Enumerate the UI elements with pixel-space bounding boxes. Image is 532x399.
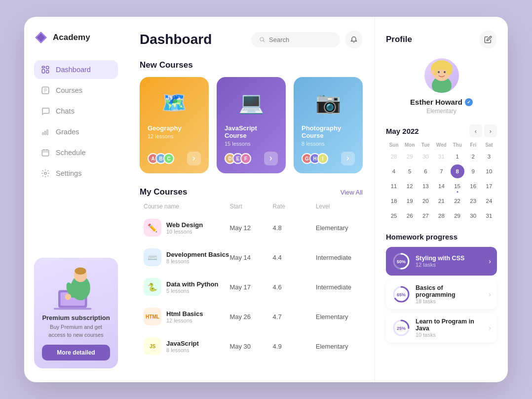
cal-day[interactable]: 30 [418, 150, 432, 163]
cal-day[interactable]: 12 [403, 179, 417, 193]
cal-day[interactable]: 10 [482, 164, 496, 178]
sidebar-item-settings[interactable]: Settings [34, 164, 118, 183]
cal-day[interactable]: 3 [482, 150, 496, 163]
course-icon-2: 🐍 [144, 278, 161, 296]
my-courses-header: My Courses View All [140, 187, 363, 197]
table-row[interactable]: ✏️ Web Design 10 lessons May 12 4.8 Elem… [140, 214, 363, 241]
sidebar-item-grades-label: Grades [56, 128, 79, 136]
svg-rect-11 [45, 131, 46, 135]
course-rate-3: 4.7 [273, 313, 316, 320]
course-card-geography[interactable]: 🗺️ Geography 12 lessons A B C [140, 77, 209, 173]
sidebar-item-chats[interactable]: Chats [34, 102, 118, 120]
cal-day[interactable]: 4 [387, 164, 401, 178]
sidebar-item-courses[interactable]: Courses [34, 81, 118, 100]
avatar-9: I [317, 153, 328, 164]
cal-day[interactable]: 31 [434, 150, 448, 163]
cal-day[interactable]: 6 [418, 164, 432, 178]
svg-text:50%: 50% [397, 259, 406, 264]
edit-profile-button[interactable] [479, 31, 497, 48]
course-level-4: Elementary [316, 343, 359, 350]
cal-day[interactable]: 1 [451, 150, 464, 163]
app-container: Academy Dashboard [24, 17, 508, 382]
cal-day[interactable]: 28 [387, 150, 401, 163]
course-name-3: Html Basics [166, 310, 203, 318]
homework-item-1[interactable]: 65% Basics of programming 18 tasks › [386, 279, 497, 309]
cal-day[interactable]: 16 [466, 179, 480, 193]
cal-day[interactable]: 23 [466, 194, 480, 208]
course-card-avatars-javascript: D E F [225, 153, 248, 164]
sidebar-item-schedule[interactable]: Schedule [34, 143, 118, 162]
cal-day[interactable]: 30 [466, 209, 480, 223]
course-card-name-photography: Photography Course [302, 124, 355, 139]
course-icon-4: JS [144, 337, 161, 355]
cal-day[interactable]: 25 [387, 209, 401, 223]
course-card-javascript[interactable]: 💻 JavaScript Course 15 lessons D E F [217, 77, 286, 173]
calendar-next-button[interactable]: › [484, 124, 497, 137]
course-card-photography[interactable]: 📷 Photography Course 8 lessons G H I [294, 77, 363, 173]
cal-day[interactable]: 17 [482, 179, 496, 193]
cal-day[interactable]: 7 [434, 164, 448, 178]
course-card-arrow-geography[interactable] [187, 152, 201, 165]
homework-item-0[interactable]: 50% Styling with CSS 12 tasks › [386, 247, 497, 276]
course-card-img-javascript: 💻 [229, 85, 273, 120]
calendar-prev-button[interactable]: ‹ [469, 124, 482, 137]
cal-day[interactable]: 27 [418, 209, 432, 223]
svg-rect-4 [46, 71, 49, 73]
cal-day[interactable]: 14 [434, 179, 448, 193]
homework-name-2: Learn to Program in Java [416, 318, 484, 332]
sidebar-item-dashboard[interactable]: Dashboard [34, 60, 118, 79]
view-all-link[interactable]: View All [341, 189, 363, 196]
table-row[interactable]: ⌨️ Development Basics 8 lessons May 14 4… [140, 243, 363, 271]
search-bar[interactable] [251, 32, 340, 47]
table-row[interactable]: HTML Html Basics 12 lessons May 26 4.7 E… [140, 303, 363, 330]
svg-rect-2 [42, 69, 44, 73]
course-card-arrow-javascript[interactable] [264, 152, 278, 165]
search-icon [259, 36, 265, 43]
logo-text: Academy [53, 33, 90, 42]
svg-rect-12 [47, 130, 48, 135]
sidebar-nav: Dashboard Courses Chats [34, 60, 118, 185]
cal-day[interactable]: 26 [403, 209, 417, 223]
course-icon-1: ⌨️ [144, 248, 161, 266]
cal-day[interactable]: 22 [451, 194, 464, 208]
cal-day[interactable]: 18 [387, 194, 401, 208]
cal-day[interactable]: 28 [434, 209, 448, 223]
cal-day[interactable]: 5 [403, 164, 417, 178]
svg-line-27 [263, 40, 265, 42]
chart-icon [41, 127, 50, 136]
cal-day[interactable]: 24 [482, 194, 496, 208]
cal-day-today[interactable]: 8 [451, 164, 464, 178]
cal-day[interactable]: 9 [466, 164, 480, 178]
cal-day[interactable]: 31 [482, 209, 496, 223]
table-row[interactable]: 🐍 Data with Python 5 lessons May 17 4.6 … [140, 273, 363, 301]
course-card-lessons-geography: 12 lessons [148, 133, 201, 139]
promo-button[interactable]: More detailed [42, 345, 110, 360]
course-card-arrow-photography[interactable] [341, 152, 355, 165]
notification-button[interactable] [345, 31, 363, 48]
cal-day[interactable]: 13 [418, 179, 432, 193]
course-start-2: May 17 [229, 283, 272, 291]
cal-day[interactable]: 29 [403, 150, 417, 163]
cal-day[interactable]: 29 [451, 209, 464, 223]
cal-day[interactable]: 19 [403, 194, 417, 208]
course-card-footer-photography: G H I [302, 152, 355, 165]
course-card-footer-geography: A B C [148, 152, 201, 165]
avatar-3: C [163, 153, 174, 164]
course-start-1: May 14 [229, 254, 272, 261]
cal-day[interactable]: 20 [418, 194, 432, 208]
search-input[interactable] [269, 36, 332, 43]
cal-day-event[interactable]: 15 [451, 179, 464, 193]
course-card-img-geography: 🗺️ [152, 85, 196, 120]
cal-day[interactable]: 11 [387, 179, 401, 193]
course-card-footer-javascript: D E F [225, 152, 278, 165]
calendar-header: May 2022 ‹ › [386, 124, 497, 137]
avatar-6: F [240, 153, 251, 164]
profile-section: Esther Howard ✓ Elementary [386, 58, 497, 115]
course-sub-1: 8 lessons [166, 258, 229, 264]
cal-day[interactable]: 21 [434, 194, 448, 208]
table-row[interactable]: JS JavaScript 8 lessons May 30 4.9 Eleme… [140, 332, 363, 360]
sidebar-item-grades[interactable]: Grades [34, 122, 118, 141]
course-card-name-javascript: JavaScript Course [225, 124, 278, 139]
homework-item-2[interactable]: 25% Learn to Program in Java 10 tasks › [386, 313, 497, 343]
cal-day[interactable]: 2 [466, 150, 480, 163]
